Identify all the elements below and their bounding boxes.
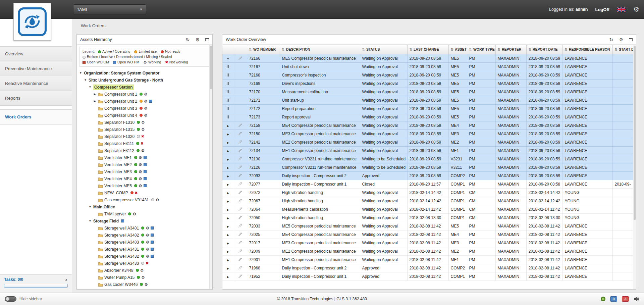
tree-item-organization-storage-system-operator[interactable]: ▼ Organization: Storage System Operator — [77, 69, 212, 77]
tree-expander-icon[interactable]: ▼ — [84, 79, 87, 82]
row-edit-cell[interactable] — [234, 138, 247, 146]
tree-item-tami-server[interactable]: TAMI server ⚙ — [77, 210, 212, 217]
row-edit-cell[interactable] — [234, 239, 247, 247]
wo-row-72093[interactable]: ▶ 72093 Daily inspection - Compressor un… — [222, 171, 633, 180]
wo-row-72167[interactable]: 72167 Unit shut-down Waiting on Approval… — [222, 62, 633, 71]
row-expand-cell[interactable]: ▶ — [222, 239, 234, 247]
edit-pencil-icon[interactable] — [238, 148, 242, 152]
wo-row-72130[interactable]: ▶ 72130 Compressor V3231 run-time mainte… — [222, 155, 633, 163]
wo-row-72142[interactable]: ▶ 72142 ME2 Compressor periodical mainte… — [222, 138, 633, 146]
row-expand-cell[interactable]: ▶ — [222, 130, 234, 138]
edit-pencil-icon[interactable] — [238, 207, 242, 211]
edit-pencil-icon[interactable] — [238, 173, 242, 177]
row-expand-cell[interactable]: ▶ — [222, 146, 234, 155]
tree-item-verdichter-me1[interactable]: Verdichter ME1 ⚙ — [77, 154, 212, 161]
row-expand-icon[interactable]: ▶ — [227, 259, 229, 262]
row-expand-icon[interactable]: ▶ — [227, 242, 229, 245]
wo-row-71968[interactable]: ▶ 71968 Daily inspection - Compressor un… — [222, 264, 633, 272]
wo-row-72170[interactable]: 72170 Measurements calibration Waiting o… — [222, 88, 633, 96]
tree-item-compressor-station[interactable]: ▼ Compressor Station — [77, 84, 212, 91]
refresh-icon[interactable]: ↻ — [186, 37, 190, 42]
tree-item-verdichter-me5[interactable]: Verdichter ME5 ⚙ — [77, 182, 212, 189]
row-edit-cell[interactable] — [234, 180, 247, 188]
gear-icon[interactable]: ⚙ — [195, 37, 200, 42]
tree-item-separator-f1315[interactable]: Separator F1315 ⚙ — [77, 126, 212, 133]
wo-row-72067[interactable]: ▶ 72067 High vibration handling Waiting … — [222, 197, 633, 205]
wo-row-72168[interactable]: 72168 Compressor's inspection Waiting on… — [222, 71, 633, 79]
edit-pencil-icon[interactable] — [238, 249, 242, 253]
wo-row-72158[interactable]: ▶ 72158 ME4 Compressor periodical mainte… — [222, 121, 633, 130]
row-expand-icon[interactable]: ▶ — [227, 225, 229, 228]
row-expand-icon[interactable] — [227, 82, 229, 85]
row-expand-cell[interactable]: ▶ — [222, 155, 234, 163]
wo-row-72150[interactable]: ▶ 72150 ME3 Compressor periodical mainte… — [222, 130, 633, 138]
app-selector-dropdown[interactable]: TAMI ▼ — [73, 4, 146, 14]
row-expand-cell[interactable] — [222, 71, 234, 79]
edit-pencil-icon[interactable] — [238, 274, 242, 278]
tree-item-storage-field[interactable]: ▼ Storage Field — [77, 217, 212, 224]
tree-item-compressor-unit-4[interactable]: Compressor unit 4 ⚙ — [77, 112, 212, 119]
tree-item-verdichter-me3[interactable]: Verdichter ME3 ⚙ — [77, 168, 212, 175]
edit-pencil-icon[interactable] — [238, 215, 242, 219]
maximize-icon[interactable] — [205, 38, 209, 41]
edit-pencil-icon[interactable] — [238, 56, 242, 60]
tree-item-site-underground-gas-storage-north[interactable]: ▼ Site: Underground Gas Storage - North — [77, 77, 212, 84]
row-expand-icon[interactable]: ▼ — [227, 57, 229, 60]
wo-row-72001[interactable]: ▶ 72001 ME1 Compressor periodical mainte… — [222, 255, 633, 264]
row-expand-cell[interactable]: ▶ — [222, 255, 234, 264]
edit-pencil-icon[interactable] — [238, 140, 242, 144]
wo-scrollbar-thumb[interactable] — [634, 46, 636, 220]
edit-pencil-icon[interactable] — [238, 224, 242, 227]
row-edit-cell[interactable] — [234, 230, 247, 239]
refresh-icon[interactable]: ↻ — [609, 37, 613, 42]
row-expand-icon[interactable]: ▶ — [227, 208, 229, 211]
tree-item-gas-compressor-v91431[interactable]: Gas compressor V91431 ⚙ — [77, 196, 212, 203]
wo-row-72172[interactable]: 72172 Report preparation Waiting on Appr… — [222, 104, 633, 113]
tree-item-separator-f3111[interactable]: Separator F3111 ✖ — [77, 140, 212, 147]
row-expand-icon[interactable]: ▶ — [227, 192, 229, 195]
row-expand-icon[interactable]: ▶ — [227, 150, 229, 153]
row-edit-cell[interactable] — [234, 96, 247, 104]
row-edit-cell[interactable] — [234, 146, 247, 155]
row-expand-cell[interactable]: ▶ — [222, 121, 234, 130]
tree-item-storage-well-a3431[interactable]: Storage well A3431 ⚙ — [77, 246, 212, 253]
row-expand-cell[interactable] — [222, 113, 234, 121]
wo-row-72033[interactable]: ▶ 72033 ME5 Compressor periodical mainte… — [222, 222, 633, 230]
tasks-collapse-icon[interactable]: ▲ — [65, 278, 68, 281]
maximize-icon[interactable] — [629, 38, 633, 41]
wo-row-72050[interactable]: ▶ 72050 High vibration handling Waiting … — [222, 213, 633, 222]
tree-item-absorber-k3448[interactable]: Absorber K3448 ⚙ — [77, 267, 212, 274]
row-expand-cell[interactable]: ▼ — [222, 54, 234, 62]
row-expand-icon[interactable]: ▶ — [227, 141, 229, 144]
row-edit-cell[interactable] — [234, 54, 247, 62]
row-edit-cell[interactable] — [234, 247, 247, 255]
tree-item-storage-well-a3433[interactable]: Storage well A3433 ✖ — [77, 260, 212, 267]
wo-row-72171[interactable]: 72171 Unit start-up Waiting on Approval … — [222, 96, 633, 104]
row-expand-icon[interactable] — [227, 65, 229, 68]
edit-pencil-icon[interactable] — [238, 241, 242, 244]
row-expand-icon[interactable]: ▶ — [227, 234, 229, 237]
row-expand-cell[interactable]: ▶ — [222, 213, 234, 222]
column-header-last-change[interactable]: ⇅LAST CHANGE — [407, 45, 448, 54]
wo-row-72169[interactable]: 72169 Drive's inspections Waiting on App… — [222, 79, 633, 88]
sidebar-item-reactive-maintenance[interactable]: Reactive Maintenance — [0, 76, 72, 91]
row-edit-cell[interactable] — [234, 188, 247, 197]
column-header-reporter[interactable]: ⇅REPORTER — [495, 45, 526, 54]
tree-item-compressor-unit-2[interactable]: ▶ Compressor unit 2 ⚙ — [77, 98, 212, 105]
row-edit-cell[interactable] — [234, 130, 247, 138]
row-expand-cell[interactable]: ▶ — [222, 188, 234, 197]
row-expand-cell[interactable]: ▶ — [222, 230, 234, 239]
row-expand-icon[interactable] — [227, 115, 229, 118]
column-header-description[interactable]: ⇅DESCRIPTION — [280, 45, 360, 54]
tree-expander-icon[interactable]: ▼ — [79, 71, 83, 74]
tree-item-gas-cooler-w3446[interactable]: Gas cooler W3446 ⚙ — [77, 281, 212, 288]
sound-icon[interactable] — [634, 296, 639, 302]
row-edit-cell[interactable] — [234, 222, 247, 230]
tree-expander-icon[interactable]: ▶ — [93, 100, 97, 103]
row-edit-cell[interactable] — [234, 272, 247, 281]
tree-item-storage-well-a3402[interactable]: Storage well A3402 ⚙ — [77, 232, 212, 239]
column-header-report-date[interactable]: ⇅REPORT DATE — [526, 45, 562, 54]
tree-expander-icon[interactable]: ▼ — [88, 86, 92, 89]
notifications-badge[interactable]: 0 — [610, 296, 617, 302]
edit-pencil-icon[interactable] — [238, 165, 242, 169]
